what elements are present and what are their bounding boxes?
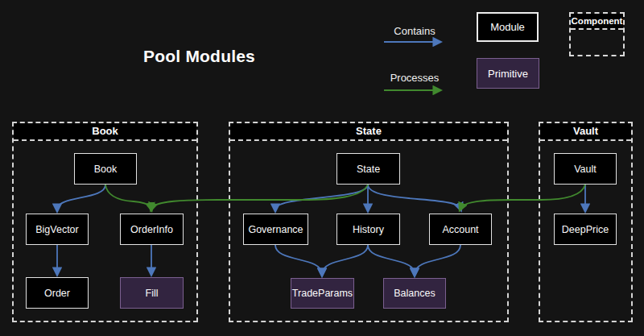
- legend-primitive-swatch: Primitive: [477, 58, 539, 89]
- legend-component-swatch: Component: [569, 12, 625, 56]
- legend-contains-label: Contains: [366, 25, 463, 37]
- container-book-title: Book: [14, 123, 196, 141]
- legend-module-swatch: Module: [477, 12, 539, 42]
- legend-processes-label: Processes: [366, 72, 463, 84]
- node-deepprice-label: DeepPrice: [562, 224, 609, 235]
- legend-component-label: Component: [571, 14, 623, 30]
- node-orderinfo-label: OrderInfo: [130, 224, 173, 235]
- node-governance: Governance: [243, 214, 308, 245]
- node-orderinfo: OrderInfo: [120, 214, 184, 245]
- node-account: Account: [429, 214, 492, 245]
- page-title: Pool Modules: [129, 47, 270, 66]
- container-vault-title: Vault: [540, 123, 631, 141]
- node-state-label: State: [357, 164, 380, 175]
- node-history-label: History: [353, 224, 384, 235]
- node-state: State: [336, 153, 400, 185]
- node-fill: Fill: [120, 277, 184, 309]
- node-order: Order: [26, 277, 89, 309]
- node-balances: Balances: [383, 278, 446, 309]
- node-balances-label: Balances: [394, 288, 435, 299]
- legend-module-label: Module: [490, 21, 525, 33]
- node-bigvector-label: BigVector: [35, 224, 79, 235]
- node-account-label: Account: [442, 224, 478, 235]
- node-fill-label: Fill: [146, 288, 159, 299]
- node-tradeparams-label: TradeParams: [292, 288, 353, 299]
- legend-primitive-label: Primitive: [488, 68, 528, 80]
- node-book-label: Book: [94, 164, 118, 175]
- pool-modules-diagram: Pool Modules Contains Processes Module P…: [0, 0, 644, 336]
- node-deepprice: DeepPrice: [554, 214, 617, 245]
- container-state-title: State: [230, 123, 507, 141]
- node-vault-label: Vault: [574, 164, 597, 175]
- node-book: Book: [74, 153, 137, 185]
- node-tradeparams: TradeParams: [291, 278, 354, 309]
- node-history: History: [336, 214, 400, 245]
- node-vault: Vault: [554, 153, 617, 185]
- node-governance-label: Governance: [248, 224, 303, 235]
- node-order-label: Order: [44, 288, 70, 299]
- node-bigvector: BigVector: [26, 214, 89, 245]
